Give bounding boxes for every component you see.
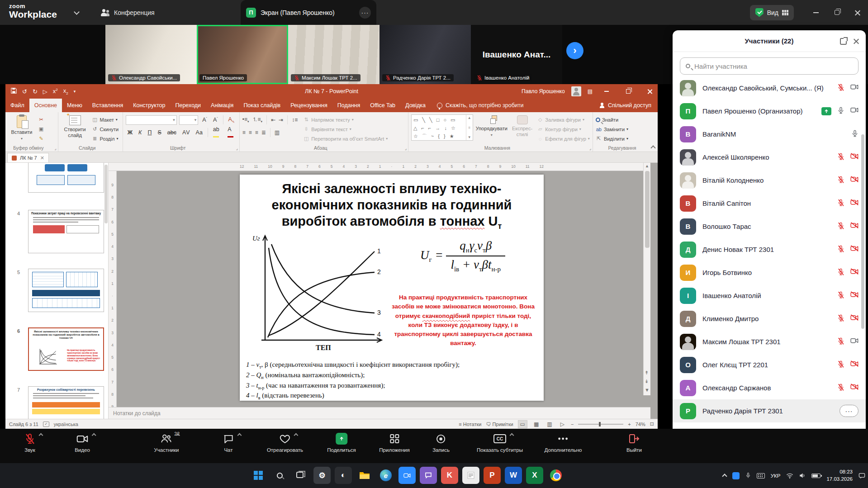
- document-tab[interactable]: ЛК № 7 ✕: [7, 153, 49, 162]
- toolbar-leave[interactable]: Выйти: [626, 433, 642, 453]
- video-tile[interactable]: Максим Лошак ТРТ 2...: [288, 25, 379, 84]
- shrink-font-button[interactable]: Аˇ: [211, 117, 220, 123]
- video-tile[interactable]: Івашенко Анат...Івашенко Анатолій: [471, 25, 562, 84]
- tab-screen-share[interactable]: П Экран (Павел Ярошенко) ···: [241, 0, 376, 25]
- taskbar-app-edge[interactable]: e: [377, 467, 394, 484]
- ribbon-tab-довідка[interactable]: Довідка: [400, 99, 431, 112]
- zoom-in-button[interactable]: +: [628, 422, 631, 427]
- slide-thumbnail-4[interactable]: 4Показники затрат праці на перевезенні в…: [28, 210, 104, 253]
- shapes-scroll[interactable]: ▲≡▼: [466, 115, 473, 140]
- change-case-button[interactable]: Аа: [194, 129, 204, 136]
- ppt-restore-button[interactable]: [621, 84, 636, 99]
- taskbar-app-excel[interactable]: X: [526, 467, 543, 484]
- reading-view-button[interactable]: ▥: [545, 421, 554, 428]
- ribbon-tab-вставлення[interactable]: Вставлення: [87, 99, 128, 112]
- align-left-button[interactable]: ≡: [242, 129, 246, 136]
- toolbar-record[interactable]: Запись: [432, 433, 450, 453]
- font-dialog-launcher[interactable]: ⌟: [236, 146, 238, 151]
- slideshow-view-button[interactable]: ▷: [559, 421, 566, 428]
- participant-row[interactable]: ИИгорь Ботвинко: [673, 261, 866, 284]
- chevron-up-icon[interactable]: [510, 433, 514, 438]
- paragraph-dialog-launcher[interactable]: ⌟: [405, 146, 407, 151]
- taskbar-app-settings[interactable]: ⚙: [313, 467, 331, 484]
- participant-row[interactable]: АОлександр Саржанов: [673, 376, 866, 399]
- shapes-gallery[interactable]: ▭ ╲ ╲ □ ○ ▭△ ⌐ ⌐ → ↓ ☆☆ ⌒ ~ { } ★ ▲≡▼: [411, 114, 473, 141]
- participant-row[interactable]: ДКлименко Дмитро: [673, 307, 866, 330]
- toolbar-apps[interactable]: Приложения: [379, 433, 409, 453]
- ppt-minimize-button[interactable]: [599, 84, 614, 99]
- participant-row[interactable]: ІІвашенко Анатолій: [673, 284, 866, 307]
- bullets-button[interactable]: •≡▾: [242, 116, 249, 123]
- copy-button[interactable]: ▣: [38, 125, 44, 133]
- numbering-button[interactable]: ⒈≡▾: [252, 116, 262, 123]
- battery-icon[interactable]: [811, 474, 821, 478]
- toolbar-share[interactable]: Поделиться: [327, 433, 356, 453]
- toolbar-cc[interactable]: CCПоказать субтитры: [477, 433, 523, 453]
- italic-button[interactable]: К: [137, 129, 143, 136]
- ribbon-tab-анімація[interactable]: Анімація: [206, 99, 238, 112]
- taskbar-app-kofax[interactable]: K: [441, 467, 458, 484]
- next-videos-button[interactable]: ›: [566, 42, 583, 59]
- slide-thumbnail-7[interactable]: 7Розрахунок собівартості перевезень: [28, 386, 104, 419]
- line-spacing-button[interactable]: ↕≡: [292, 117, 298, 123]
- video-tile[interactable]: Павел Ярошенко: [197, 25, 288, 84]
- ribbon-tab-основне[interactable]: Основне: [29, 99, 62, 112]
- replace-button[interactable]: abЗамінити▾: [596, 125, 628, 133]
- slide-thumbnail-3[interactable]: [28, 163, 104, 193]
- chevron-up-icon[interactable]: [294, 433, 299, 438]
- layout-button[interactable]: ◫Макет▾: [92, 116, 119, 123]
- ribbon-tab-подання[interactable]: Подання: [332, 99, 365, 112]
- scrollbar-thumb[interactable]: [645, 171, 650, 248]
- toolbar-react[interactable]: Отреагировать: [267, 433, 303, 453]
- highlight-button[interactable]: ab: [211, 126, 224, 139]
- align-right-button[interactable]: ≡: [255, 129, 258, 136]
- ribbon-tab-office-tab[interactable]: Office Tab: [365, 99, 400, 112]
- taskbar-app-chrome[interactable]: [547, 467, 564, 484]
- section-button[interactable]: ≣Розділ▾: [92, 135, 119, 142]
- quick-styles-button[interactable]: Експрес-стилі: [510, 114, 535, 144]
- strikethrough-abc-button[interactable]: abc: [166, 129, 178, 136]
- font-size-select[interactable]: ▾: [179, 115, 198, 125]
- view-button[interactable]: Вид: [750, 5, 794, 20]
- language-switcher[interactable]: УКР: [771, 473, 781, 479]
- drawing-dialog-launcher[interactable]: ⌟: [589, 146, 591, 151]
- taskbar-app-zoom[interactable]: [398, 467, 416, 484]
- find-button[interactable]: Знайти: [596, 116, 628, 123]
- next-slide-button[interactable]: ↡: [645, 379, 650, 384]
- toolbar-mic-muted[interactable]: Звук: [24, 433, 35, 453]
- align-center-button[interactable]: ≡: [249, 129, 252, 136]
- bold-button[interactable]: Ж: [126, 129, 134, 136]
- maximize-button[interactable]: [826, 0, 847, 25]
- participant-row[interactable]: Віталій Колодненко: [673, 169, 866, 192]
- participant-row[interactable]: ВBaranikNM: [673, 123, 866, 146]
- paste-button[interactable]: Вставити ▾: [8, 114, 35, 144]
- wifi-icon[interactable]: [786, 473, 793, 479]
- close-document-icon[interactable]: ✕: [40, 155, 44, 161]
- volume-icon[interactable]: [799, 473, 806, 479]
- notes-toggle[interactable]: ≡ Нотатки: [459, 422, 481, 427]
- toolbar-more[interactable]: Дополнительно: [545, 433, 582, 453]
- format-painter-button[interactable]: ✎: [38, 135, 44, 142]
- align-text-button[interactable]: ⇳Вирівняти текст▾: [303, 125, 388, 133]
- strikethrough-button[interactable]: S: [156, 129, 163, 136]
- slide-scrollbar[interactable]: ▲ ↟ ↡ ▼: [643, 163, 650, 395]
- participant-row[interactable]: ППавел Ярошенко (Организатор): [673, 99, 866, 123]
- participant-row[interactable]: ВВіталій Сапітон: [673, 192, 866, 215]
- ribbon-tab-рецензування[interactable]: Рецензування: [285, 99, 332, 112]
- chevron-up-icon[interactable]: [92, 433, 96, 438]
- ribbon-display-options-icon[interactable]: ▤: [588, 88, 593, 95]
- zoom-slider[interactable]: [578, 424, 623, 425]
- ribbon-tab-меню[interactable]: Меню: [62, 99, 87, 112]
- thumbnails-scrollbar[interactable]: [104, 165, 108, 223]
- columns-button[interactable]: ▥: [275, 129, 280, 136]
- share-button[interactable]: Спільний доступ: [599, 102, 651, 109]
- more-options-button[interactable]: ···: [840, 405, 859, 417]
- smartart-convert-button[interactable]: ◫Перетворити на об'єкт SmartArt▾: [303, 135, 388, 142]
- tell-me-box[interactable]: Скажіть, що потрібно зробити: [437, 102, 524, 109]
- participants-scrollbar[interactable]: [861, 134, 864, 329]
- font-name-select[interactable]: ▾: [126, 115, 177, 125]
- reset-button[interactable]: ↺Скинути: [92, 125, 119, 133]
- ribbon-tab-файл[interactable]: Файл: [5, 99, 29, 112]
- text-direction-button[interactable]: ⇅Напрямок тексту▾: [303, 116, 388, 123]
- participant-row[interactable]: ООлег Клєщ ТРТ 2201: [673, 353, 866, 376]
